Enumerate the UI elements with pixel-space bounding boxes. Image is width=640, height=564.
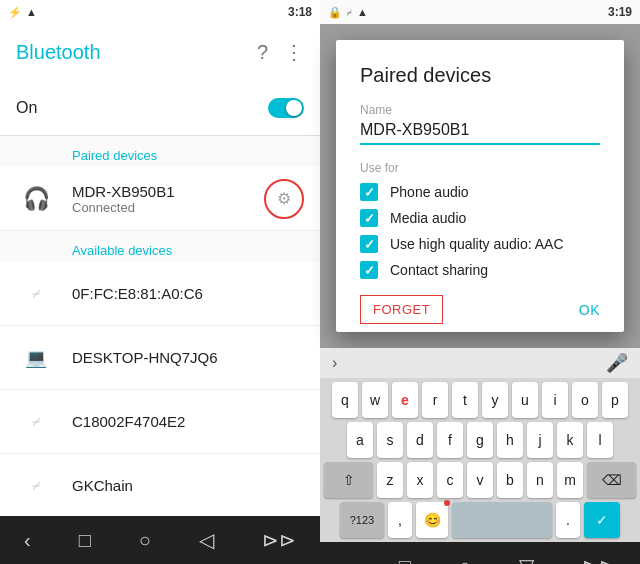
shift-key[interactable]: ⇧ [324,462,373,498]
media-audio-checkbox[interactable]: ✓ [360,209,378,227]
enter-key[interactable]: ✓ [584,502,620,538]
period-key[interactable]: . [556,502,580,538]
nav-double-back-button[interactable]: ⊳⊳ [262,528,296,552]
key-n[interactable]: n [527,462,553,498]
available-device-3-text: C18002F4704E2 [56,413,304,430]
keyboard: q w e r t y u i o p a s d f g h j k l ⇧ … [320,378,640,542]
key-c[interactable]: c [437,462,463,498]
bluetooth-icon-4: ⌿ [16,475,56,496]
device-name: MDR-XB950B1 [72,183,264,200]
key-y[interactable]: y [482,382,508,418]
keyboard-row-1: q w e r t y u i o p [320,378,640,418]
key-g[interactable]: g [467,422,493,458]
page-title: Bluetooth [16,41,101,64]
key-h[interactable]: h [497,422,523,458]
high-quality-checkbox[interactable]: ✓ [360,235,378,253]
app-bar-icons: ? ⋮ [257,40,304,64]
right-nav-back[interactable]: ‹ [344,555,351,565]
list-item-paired[interactable]: 🎧 MDR-XB950B1 Connected ⚙ [0,167,320,231]
symbols-key[interactable]: ?123 [340,502,384,538]
bluetooth-status-icon: ⚡ [8,6,22,19]
nav-triangle-button[interactable]: ◁ [199,528,214,552]
key-s[interactable]: s [377,422,403,458]
key-v[interactable]: v [467,462,493,498]
help-button[interactable]: ? [257,41,268,64]
key-t[interactable]: t [452,382,478,418]
right-nav-square[interactable]: □ [399,555,411,565]
forget-button[interactable]: FORGET [360,295,443,324]
device-name-4: GKChain [72,477,304,494]
media-audio-label: Media audio [390,210,466,226]
menu-button[interactable]: ⋮ [284,40,304,64]
key-j[interactable]: j [527,422,553,458]
key-a[interactable]: a [347,422,373,458]
laptop-icon: 💻 [16,347,56,369]
right-nav-triangle[interactable]: ▽ [519,554,534,564]
right-wifi-icon: ▲ [357,6,368,18]
key-z[interactable]: z [377,462,403,498]
right-nav-double[interactable]: ⊳⊳ [582,554,616,564]
settings-content: On Paired devices 🎧 MDR-XB950B1 Connecte… [0,80,320,516]
nav-back-button[interactable]: ‹ [24,529,31,552]
right-panel: 🔒 ⌿ ▲ 3:19 Paired devices Name Use for ✓… [320,0,640,564]
expand-row: › 🎤 [320,348,640,378]
key-q[interactable]: q [332,382,358,418]
device-name-3: C18002F4704E2 [72,413,304,430]
nav-home-button[interactable]: ○ [139,529,151,552]
right-nav-home[interactable]: ○ [459,555,471,565]
wifi-status-icon: ▲ [26,6,37,18]
key-l[interactable]: l [587,422,613,458]
backspace-key[interactable]: ⌫ [587,462,636,498]
left-app-bar: Bluetooth ? ⋮ [0,24,320,80]
list-item-available-2[interactable]: 💻 DESKTOP-HNQ7JQ6 [0,326,320,390]
key-d[interactable]: d [407,422,433,458]
mic-icon[interactable]: 🎤 [606,352,628,374]
key-k[interactable]: k [557,422,583,458]
checkbox-contact-sharing: ✓ Contact sharing [360,261,600,279]
key-r[interactable]: r [422,382,448,418]
device-name-1: 0F:FC:E8:81:A0:C6 [72,285,304,302]
lock-icon: 🔒 [328,6,342,19]
list-item-available-4[interactable]: ⌿ GKChain [0,454,320,516]
left-status-bar: ⚡ ▲ 3:18 [0,0,320,24]
key-b[interactable]: b [497,462,523,498]
checkbox-high-quality: ✓ Use high quality audio: AAC [360,235,600,253]
key-x[interactable]: x [407,462,433,498]
key-i[interactable]: i [542,382,568,418]
available-device-2-text: DESKTOP-HNQ7JQ6 [56,349,304,366]
key-o[interactable]: o [572,382,598,418]
comma-key[interactable]: , [388,502,412,538]
below-dialog-area: › 🎤 [320,348,640,378]
gear-icon: ⚙ [277,189,291,208]
keyboard-row-2: a s d f g h j k l [320,418,640,458]
device-name-input[interactable] [360,121,600,145]
emoji-key[interactable]: 😊 [416,502,448,538]
key-p[interactable]: p [602,382,628,418]
phone-audio-checkbox[interactable]: ✓ [360,183,378,201]
device-settings-button[interactable]: ⚙ [264,179,304,219]
bluetooth-toggle[interactable] [268,98,304,118]
right-status-icons: 🔒 ⌿ ▲ [328,6,368,19]
paired-devices-dialog: Paired devices Name Use for ✓ Phone audi… [336,40,624,332]
space-key[interactable] [452,502,552,538]
right-time: 3:19 [608,5,632,19]
right-bottom-nav: ‹ □ ○ ▽ ⊳⊳ [320,542,640,564]
available-device-4-text: GKChain [56,477,304,494]
list-item-available-1[interactable]: ⌿ 0F:FC:E8:81:A0:C6 [0,262,320,326]
dialog-overlay: Paired devices Name Use for ✓ Phone audi… [320,24,640,378]
key-w[interactable]: w [362,382,388,418]
left-status-icons: ⚡ ▲ [8,6,37,19]
key-e[interactable]: e [392,382,418,418]
ok-button[interactable]: OK [579,302,600,318]
checkbox-media-audio: ✓ Media audio [360,209,600,227]
bluetooth-icon-3: ⌿ [16,411,56,432]
available-devices-header: Available devices [0,231,320,262]
list-item-available-3[interactable]: ⌿ C18002F4704E2 [0,390,320,454]
key-u[interactable]: u [512,382,538,418]
contact-sharing-checkbox[interactable]: ✓ [360,261,378,279]
nav-square-button[interactable]: □ [79,529,91,552]
keyboard-row-3: ⇧ z x c v b n m ⌫ [320,458,640,498]
expand-icon[interactable]: › [332,354,337,372]
key-m[interactable]: m [557,462,583,498]
key-f[interactable]: f [437,422,463,458]
